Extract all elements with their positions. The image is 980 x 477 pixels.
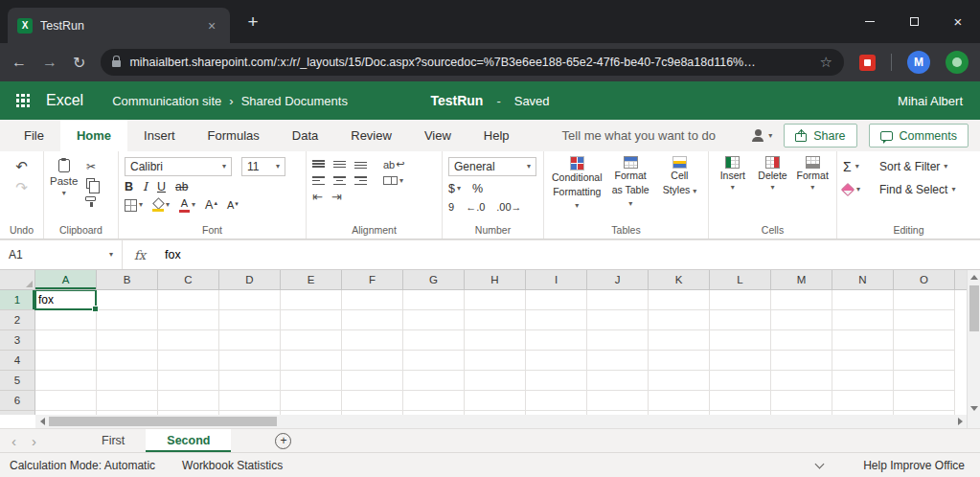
tab-help[interactable]: Help: [467, 120, 526, 151]
cell-D6[interactable]: [219, 391, 281, 411]
tab-home[interactable]: Home: [60, 120, 127, 151]
bold-button[interactable]: B: [125, 181, 133, 193]
save-status[interactable]: Saved: [514, 94, 550, 108]
vertical-scrollbar[interactable]: [967, 270, 980, 415]
column-header-B[interactable]: B: [97, 270, 158, 289]
cell-C4[interactable]: [158, 351, 219, 371]
percent-button[interactable]: %: [472, 182, 483, 195]
cut-button[interactable]: ✂: [86, 161, 96, 172]
underline-button[interactable]: U: [157, 181, 166, 193]
number-format-select[interactable]: General ▾: [448, 157, 536, 176]
cell-F5[interactable]: [342, 371, 403, 391]
cell-N4[interactable]: [832, 351, 894, 371]
cell-D1[interactable]: [219, 290, 281, 310]
breadcrumb-library[interactable]: Shared Documents: [241, 94, 348, 108]
cell-M1[interactable]: [771, 290, 832, 310]
cell-G4[interactable]: [403, 351, 465, 371]
new-tab-button[interactable]: +: [241, 11, 264, 33]
cell-M6[interactable]: [771, 391, 832, 411]
cell-K6[interactable]: [649, 391, 710, 411]
decrease-decimal-button[interactable]: .00→: [496, 201, 521, 213]
cell-J1[interactable]: [587, 290, 649, 310]
cell-C6[interactable]: [158, 391, 219, 411]
cell-H6[interactable]: [465, 391, 526, 411]
cell-L6[interactable]: [710, 391, 771, 411]
cell-H3[interactable]: [465, 330, 526, 351]
cell-L5[interactable]: [710, 371, 771, 391]
profile-avatar[interactable]: [946, 51, 969, 74]
cell-C1[interactable]: [158, 290, 219, 310]
cell-J5[interactable]: [587, 371, 649, 391]
comma-style-button[interactable]: 9: [448, 201, 454, 213]
cell-O5[interactable]: [894, 371, 955, 391]
wrap-text-button[interactable]: ab ↩: [383, 158, 404, 170]
user-name[interactable]: Mihai Albert: [898, 94, 963, 108]
scroll-down-button[interactable]: [968, 401, 980, 415]
name-box[interactable]: A1 ▾: [0, 240, 123, 269]
cell-F6[interactable]: [342, 391, 403, 411]
cell-B6[interactable]: [97, 391, 158, 411]
cell-M3[interactable]: [771, 330, 832, 351]
cell-K2[interactable]: [649, 310, 710, 330]
bookmark-star-icon[interactable]: ☆: [820, 54, 832, 71]
autosum-button[interactable]: Σ ▾: [843, 160, 872, 173]
permissions-button[interactable]: ▾: [751, 129, 772, 142]
align-middle-button[interactable]: [333, 160, 346, 169]
cell-D3[interactable]: [219, 330, 281, 351]
conditional-formatting-button[interactable]: Conditional Formatting ▾: [550, 155, 604, 221]
insert-cells-button[interactable]: Insert ▾: [715, 155, 751, 221]
cell-E1[interactable]: [281, 290, 342, 310]
column-header-E[interactable]: E: [281, 270, 342, 289]
align-right-button[interactable]: [354, 176, 367, 185]
comments-button[interactable]: Comments: [869, 124, 969, 148]
row-header-6[interactable]: 6: [0, 391, 35, 411]
cell-G2[interactable]: [403, 310, 465, 330]
cell-L2[interactable]: [710, 310, 771, 330]
select-all-button[interactable]: [0, 270, 35, 289]
row-header-2[interactable]: 2: [0, 310, 35, 330]
cell-M2[interactable]: [771, 310, 832, 330]
cell-G5[interactable]: [403, 371, 465, 391]
browser-tab[interactable]: X TestRun ×: [8, 8, 230, 43]
cell-A5[interactable]: [35, 371, 97, 391]
cell-E5[interactable]: [281, 371, 342, 391]
back-button[interactable]: ←: [11, 54, 27, 71]
column-header-F[interactable]: F: [342, 270, 403, 289]
cell-O1[interactable]: [894, 290, 955, 310]
cell-O3[interactable]: [894, 330, 955, 351]
extension-icon[interactable]: [859, 55, 876, 71]
column-header-M[interactable]: M: [771, 270, 832, 289]
minimize-button[interactable]: [848, 0, 892, 43]
cell-A4[interactable]: [35, 351, 97, 371]
sheet-tab-second[interactable]: Second: [146, 429, 231, 452]
cell-K1[interactable]: [649, 290, 710, 310]
merge-center-button[interactable]: ▾: [376, 176, 403, 185]
cell-H2[interactable]: [465, 310, 526, 330]
fill-color-button[interactable]: ▾: [152, 199, 170, 212]
cell-K3[interactable]: [649, 330, 710, 351]
scroll-up-button[interactable]: [968, 270, 980, 284]
tab-close-icon[interactable]: ×: [203, 18, 220, 34]
app-launcher-button[interactable]: [0, 81, 46, 120]
tell-me-box[interactable]: Tell me what you want to do: [562, 120, 716, 151]
cell-H1[interactable]: [465, 290, 526, 310]
cell-L1[interactable]: [710, 290, 771, 310]
cell-I4[interactable]: [526, 351, 587, 371]
cell-C3[interactable]: [158, 330, 219, 351]
align-left-button[interactable]: [312, 176, 325, 185]
tab-file[interactable]: File: [8, 120, 60, 151]
cell-O2[interactable]: [894, 310, 955, 330]
tab-formulas[interactable]: Formulas: [192, 120, 276, 151]
strikethrough-button[interactable]: ab: [175, 181, 188, 193]
cell-G3[interactable]: [403, 330, 465, 351]
cell-B5[interactable]: [97, 371, 158, 391]
cell-B3[interactable]: [97, 330, 158, 351]
cell-A6[interactable]: [35, 391, 97, 411]
cell-L3[interactable]: [710, 330, 771, 351]
cell-N1[interactable]: [832, 290, 894, 310]
cell-J4[interactable]: [587, 351, 649, 371]
next-sheet-button[interactable]: ›: [32, 434, 36, 448]
scroll-right-button[interactable]: [953, 415, 967, 428]
delete-cells-button[interactable]: Delete ▾: [755, 155, 791, 221]
italic-button[interactable]: I: [143, 181, 148, 193]
